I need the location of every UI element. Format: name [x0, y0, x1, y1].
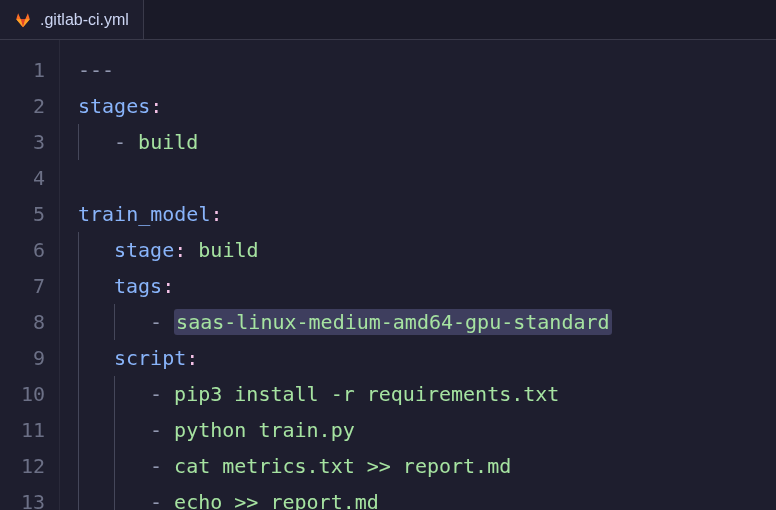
- indent-guide: [78, 484, 79, 510]
- token: tags: [114, 274, 162, 298]
- line-number: 10: [0, 376, 59, 412]
- token: python train.py: [174, 418, 355, 442]
- code-line[interactable]: stages:: [78, 88, 776, 124]
- line-content: - python train.py: [78, 418, 355, 442]
- indent-guide: [114, 304, 115, 340]
- code-line[interactable]: stage: build: [78, 232, 776, 268]
- code-line[interactable]: [78, 160, 776, 196]
- token: stage: [114, 238, 174, 262]
- token: -: [150, 454, 174, 478]
- line-number: 8: [0, 304, 59, 340]
- indent-guide: [78, 232, 79, 268]
- line-content: - echo >> report.md: [78, 490, 379, 510]
- line-content: - build: [78, 130, 198, 154]
- line-number: 5: [0, 196, 59, 232]
- code-line[interactable]: script:: [78, 340, 776, 376]
- code-line[interactable]: - python train.py: [78, 412, 776, 448]
- code-line[interactable]: ---: [78, 52, 776, 88]
- indent-guide: [78, 268, 79, 304]
- code-editor[interactable]: 12345678910111213 ---stages:- buildtrain…: [0, 40, 776, 510]
- code-line[interactable]: - pip3 install -r requirements.txt: [78, 376, 776, 412]
- line-number: 13: [0, 484, 59, 510]
- token: ---: [78, 58, 114, 82]
- code-area[interactable]: ---stages:- buildtrain_model:stage: buil…: [60, 40, 776, 510]
- token: :: [210, 202, 222, 226]
- token: -: [150, 418, 174, 442]
- token: script: [114, 346, 186, 370]
- code-line[interactable]: - echo >> report.md: [78, 484, 776, 510]
- line-number: 9: [0, 340, 59, 376]
- line-number: 6: [0, 232, 59, 268]
- file-tab[interactable]: .gitlab-ci.yml: [0, 0, 144, 39]
- token: stages: [78, 94, 150, 118]
- line-number-gutter: 12345678910111213: [0, 40, 60, 510]
- indent-guide: [114, 484, 115, 510]
- token: :: [174, 238, 198, 262]
- indent-guide: [114, 376, 115, 412]
- tab-bar: .gitlab-ci.yml: [0, 0, 776, 40]
- token: echo >> report.md: [174, 490, 379, 510]
- indent-guide: [78, 340, 79, 376]
- token: :: [162, 274, 174, 298]
- line-content: script:: [78, 346, 198, 370]
- code-line[interactable]: - build: [78, 124, 776, 160]
- indent-guide: [78, 124, 79, 160]
- token: :: [150, 94, 162, 118]
- line-content: stage: build: [78, 238, 259, 262]
- indent-guide: [78, 304, 79, 340]
- indent-guide: [78, 448, 79, 484]
- token: train_model: [78, 202, 210, 226]
- line-number: 4: [0, 160, 59, 196]
- line-content: stages:: [78, 94, 162, 118]
- token: build: [198, 238, 258, 262]
- line-number: 11: [0, 412, 59, 448]
- line-content: - cat metrics.txt >> report.md: [78, 454, 511, 478]
- line-content: - saas-linux-medium-amd64-gpu-standard: [78, 310, 612, 334]
- token: cat metrics.txt >> report.md: [174, 454, 511, 478]
- token: saas-linux-medium-amd64-gpu-standard: [174, 309, 611, 335]
- indent-guide: [78, 376, 79, 412]
- indent-guide: [114, 448, 115, 484]
- line-content: - pip3 install -r requirements.txt: [78, 382, 559, 406]
- token: -: [150, 310, 174, 334]
- tab-filename: .gitlab-ci.yml: [40, 11, 129, 29]
- token: -: [114, 130, 138, 154]
- token: -: [150, 490, 174, 510]
- code-line[interactable]: train_model:: [78, 196, 776, 232]
- line-number: 1: [0, 52, 59, 88]
- line-content: ---: [78, 58, 114, 82]
- code-line[interactable]: - cat metrics.txt >> report.md: [78, 448, 776, 484]
- token: -: [150, 382, 174, 406]
- token: build: [138, 130, 198, 154]
- token: pip3 install -r requirements.txt: [174, 382, 559, 406]
- line-number: 7: [0, 268, 59, 304]
- line-number: 3: [0, 124, 59, 160]
- line-content: train_model:: [78, 202, 223, 226]
- line-number: 2: [0, 88, 59, 124]
- gitlab-icon: [14, 11, 32, 29]
- line-content: tags:: [78, 274, 174, 298]
- code-line[interactable]: - saas-linux-medium-amd64-gpu-standard: [78, 304, 776, 340]
- indent-guide: [78, 412, 79, 448]
- code-line[interactable]: tags:: [78, 268, 776, 304]
- line-number: 12: [0, 448, 59, 484]
- token: :: [186, 346, 198, 370]
- indent-guide: [114, 412, 115, 448]
